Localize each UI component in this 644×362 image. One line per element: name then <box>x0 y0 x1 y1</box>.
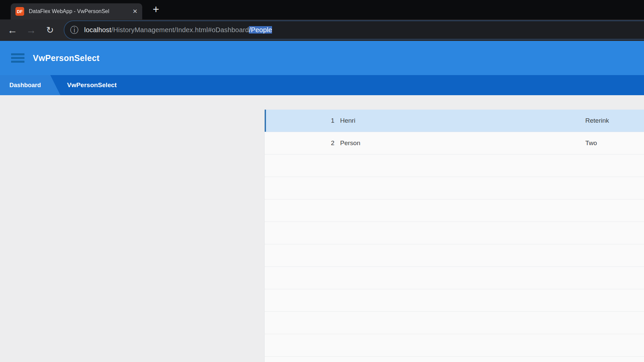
browser-tab[interactable]: DF DataFlex WebApp - VwPersonSel ✕ <box>11 3 142 19</box>
tab-strip: DF DataFlex WebApp - VwPersonSel ✕ + <box>0 0 644 19</box>
table-row[interactable] <box>265 357 644 362</box>
breadcrumb-label: Dashboard <box>9 75 41 95</box>
table-row[interactable] <box>265 155 644 177</box>
browser-toolbar: ← → ↻ ⓘ localhost/HistoryManagement/Inde… <box>0 19 644 41</box>
cell-first-name: Person <box>340 132 360 154</box>
breadcrumb-item-current[interactable]: VwPersonSelect <box>67 75 117 95</box>
app-header: VwPersonSelect <box>0 41 644 75</box>
person-grid: 1 Henri Reterink 2 Person Two <box>264 110 644 362</box>
browser-window: DF DataFlex WebApp - VwPersonSel ✕ + ← →… <box>0 0 644 362</box>
page-title: VwPersonSelect <box>33 41 100 75</box>
dataflex-favicon-icon: DF <box>15 7 24 16</box>
cell-first-name: Henri <box>340 110 355 132</box>
table-row[interactable] <box>265 244 644 267</box>
table-row[interactable] <box>265 289 644 312</box>
content-area: 1 Henri Reterink 2 Person Two <box>0 95 644 362</box>
new-tab-button[interactable]: + <box>150 3 162 16</box>
back-button[interactable]: ← <box>5 19 19 41</box>
cell-last-name: Reterink <box>585 110 609 132</box>
site-info-icon[interactable]: ⓘ <box>70 26 78 34</box>
menu-hamburger-icon[interactable] <box>11 53 24 63</box>
address-bar[interactable]: ⓘ localhost/HistoryManagement/Index.html… <box>64 20 644 40</box>
url-host: localhost <box>84 26 111 34</box>
table-row[interactable] <box>265 177 644 199</box>
tab-title: DataFlex WebApp - VwPersonSel <box>29 8 128 14</box>
table-row[interactable] <box>265 267 644 289</box>
url-path: /HistoryManagement/Index.html#oDashboard <box>111 26 249 34</box>
table-row[interactable] <box>265 312 644 334</box>
forward-button[interactable]: → <box>24 19 38 41</box>
cell-last-name: Two <box>585 132 597 154</box>
breadcrumb: Dashboard VwPersonSelect <box>0 75 644 95</box>
table-row[interactable] <box>265 222 644 244</box>
table-row[interactable] <box>265 334 644 357</box>
cell-id: 1 <box>265 110 334 132</box>
breadcrumb-item-dashboard[interactable]: Dashboard <box>0 75 60 95</box>
url-text: localhost/HistoryManagement/Index.html#o… <box>84 26 272 34</box>
table-row[interactable]: 1 Henri Reterink <box>265 110 644 132</box>
table-row[interactable]: 2 Person Two <box>265 132 644 155</box>
reload-button[interactable]: ↻ <box>43 19 57 41</box>
table-row[interactable] <box>265 199 644 222</box>
url-selected-text: /People <box>249 26 272 34</box>
tab-close-icon[interactable]: ✕ <box>132 8 138 14</box>
cell-id: 2 <box>265 132 334 154</box>
